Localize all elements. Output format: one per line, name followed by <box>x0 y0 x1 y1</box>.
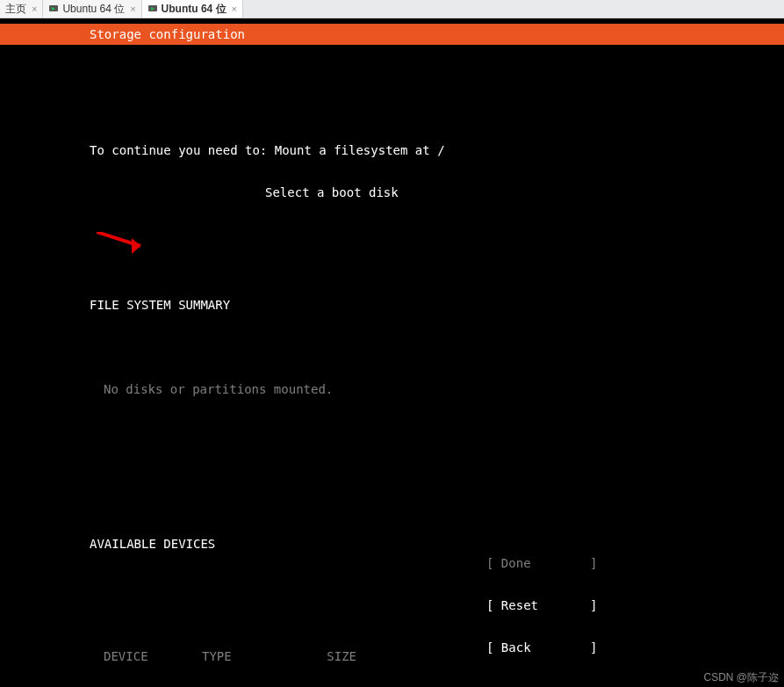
close-icon[interactable]: × <box>128 2 137 16</box>
tab-label: Ubuntu 64 位 <box>62 2 125 16</box>
instruction-line-2: Select a boot disk <box>0 185 784 199</box>
page-title: Storage configuration <box>90 27 245 41</box>
installer-header: Storage configuration <box>0 24 784 45</box>
vm-tab-home[interactable]: 主页 × <box>0 0 43 18</box>
close-icon[interactable]: × <box>30 2 39 16</box>
tab-label: Ubuntu 64 位 <box>162 2 227 16</box>
vm-tab-ubuntu-1[interactable]: Ubuntu 64 位 × <box>43 0 141 18</box>
watermark: CSDN @陈子迩 <box>703 670 779 684</box>
vm-tab-ubuntu-2[interactable]: Ubuntu 64 位 × <box>142 0 243 18</box>
installer-body: To continue you need to: Mount a filesys… <box>0 45 784 687</box>
reset-button[interactable]: [ Reset ] <box>0 598 784 612</box>
vm-icon <box>48 4 59 14</box>
section-title-fs-summary: FILE SYSTEM SUMMARY <box>0 298 784 312</box>
fs-summary-message: No disks or partitions mounted. <box>0 382 784 396</box>
back-button[interactable]: [ Back ] <box>0 640 784 654</box>
vm-icon <box>147 4 158 14</box>
vm-tab-bar: 主页 × Ubuntu 64 位 × Ubuntu 64 位 × <box>0 0 784 18</box>
close-icon[interactable]: × <box>230 2 239 16</box>
tab-label: 主页 <box>5 2 26 16</box>
instruction-line-1: To continue you need to: Mount a filesys… <box>0 143 784 157</box>
done-button: [ Done ] <box>0 556 784 570</box>
action-buttons: [ Done ] [ Reset ] [ Back ] <box>0 528 784 683</box>
